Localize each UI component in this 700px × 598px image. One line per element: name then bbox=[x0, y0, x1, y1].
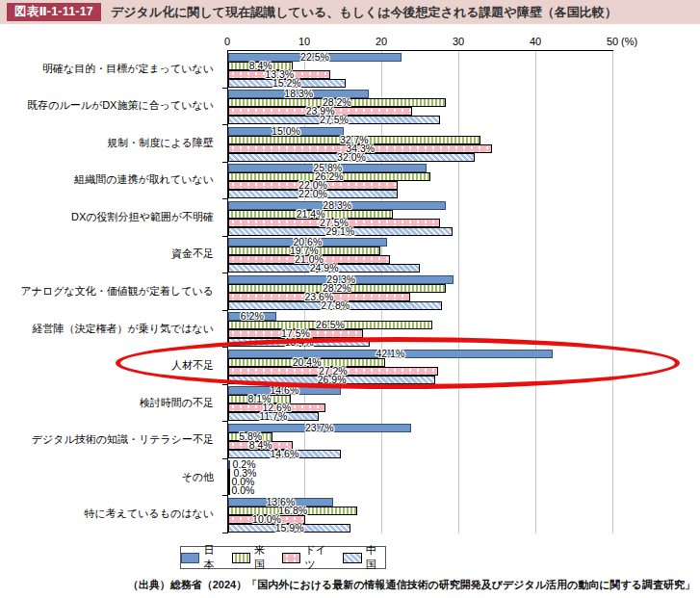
value-label: 15.9% bbox=[275, 523, 304, 533]
bar-group: 25.8%26.2%22.0%22.0% bbox=[227, 163, 613, 200]
figure-header: 図表Ⅱ-1-11-17 デジタル化に関して現在認識している、もしくは今後想定され… bbox=[0, 0, 700, 24]
bar-group: 18.3%28.2%23.9%27.5% bbox=[227, 89, 613, 126]
bar-group: 0.2%0.3%0.0%0.0% bbox=[227, 459, 613, 497]
legend-item-ドイツ: ドイツ bbox=[282, 543, 334, 572]
value-label: 24.9% bbox=[310, 263, 339, 273]
bar-group: 13.6%16.8%10.0%15.9% bbox=[227, 496, 613, 533]
legend-item-中国: 中国 bbox=[343, 543, 385, 572]
legend-swatch bbox=[343, 553, 361, 563]
value-label: 20.4% bbox=[293, 357, 322, 368]
legend-swatch bbox=[282, 553, 300, 563]
value-label: 27.8% bbox=[321, 300, 350, 311]
axis-tick-label: 40 bbox=[516, 36, 555, 47]
bar-group: 29.3%28.2%23.6%27.8% bbox=[227, 273, 613, 311]
bar-group: 42.1%20.4%27.2%26.9% bbox=[227, 348, 613, 385]
category-label: アナログな文化・価値観が定着している bbox=[0, 273, 220, 310]
category-label: 経営陣（決定権者）が乗り気ではない bbox=[0, 310, 220, 348]
figure-title: デジタル化に関して現在認識している、もしくは今後想定される課題や障壁（各国比較） bbox=[111, 4, 617, 21]
value-label: 8.4% bbox=[249, 440, 272, 451]
legend-item-日本: 日本 bbox=[181, 543, 223, 572]
legend-label: 中国 bbox=[366, 543, 385, 572]
category-label: DXの役割分担や範囲が不明確 bbox=[0, 198, 220, 236]
legend-label: 米国 bbox=[254, 543, 273, 572]
value-label: 14.6% bbox=[271, 449, 299, 459]
value-label: 23.7% bbox=[305, 423, 334, 433]
category-label: 既存のルールがDX施策に合っていない bbox=[0, 88, 220, 125]
value-label: 14.6% bbox=[271, 385, 299, 396]
value-label: 6.2% bbox=[241, 311, 264, 322]
bar-group: 23.7%5.8%8.4%14.6% bbox=[227, 422, 613, 459]
category-label: 人材不足 bbox=[0, 347, 220, 384]
bar-group: 22.5%8.4%13.3%15.2% bbox=[227, 51, 613, 89]
axis-unit-label: (%) bbox=[621, 36, 637, 47]
plot-area: 22.5%8.4%13.3%15.2%18.3%28.2%23.9%27.5%1… bbox=[227, 50, 613, 533]
bar-group: 28.3%21.4%27.5%29.1% bbox=[227, 199, 613, 237]
bar-group: 20.6%19.7%21.0%24.9% bbox=[227, 237, 613, 274]
axis-tick-label: 20 bbox=[362, 36, 401, 47]
category-label: 資金不足 bbox=[0, 236, 220, 273]
legend-swatch bbox=[181, 553, 199, 563]
value-label: 42.1% bbox=[376, 349, 405, 359]
value-label: 26.9% bbox=[318, 375, 347, 385]
bar-ドイツ bbox=[228, 478, 230, 486]
category-label: デジタル技術の知識・リテラシー不足 bbox=[0, 421, 220, 458]
category-label: 規制・制度による障壁 bbox=[0, 124, 220, 162]
value-label: 29.1% bbox=[326, 226, 355, 237]
legend: 日本米国ドイツ中国 bbox=[180, 546, 386, 569]
category-label: 検討時間の不足 bbox=[0, 384, 220, 422]
category-labels: 明確な目的・目標が定まっていない既存のルールがDX施策に合っていない規制・制度に… bbox=[0, 50, 220, 533]
category-label: 特に考えているものはない bbox=[0, 495, 220, 533]
category-label: 組織間の連携が取れていない bbox=[0, 162, 220, 199]
legend-label: 日本 bbox=[203, 543, 222, 572]
value-label: 15.2% bbox=[272, 78, 301, 89]
bar-米国 bbox=[228, 469, 230, 478]
category-label: その他 bbox=[0, 458, 220, 496]
bar-日本 bbox=[228, 460, 230, 469]
value-label: 32.0% bbox=[337, 152, 366, 163]
value-label: 26.5% bbox=[316, 320, 345, 330]
bar-group: 14.6%8.1%12.6%11.7% bbox=[227, 385, 613, 423]
axis-tick-label: 0 bbox=[208, 36, 246, 47]
axis-tick-label: 30 bbox=[439, 36, 478, 47]
value-label: 15.0% bbox=[272, 126, 300, 137]
value-label: 22.5% bbox=[300, 52, 329, 63]
value-label: 16.8% bbox=[278, 506, 307, 516]
value-label: 11.7% bbox=[259, 411, 287, 422]
legend-swatch bbox=[232, 553, 250, 563]
figure-number-badge: 図表Ⅱ-1-11-17 bbox=[7, 3, 101, 21]
bar-group: 15.0%32.7%34.3%32.0% bbox=[227, 125, 613, 163]
value-label: 27.5% bbox=[320, 115, 349, 125]
value-label: 0.0% bbox=[232, 485, 255, 496]
legend-item-米国: 米国 bbox=[232, 543, 274, 572]
bar-group: 6.2%26.5%17.5%18.4% bbox=[227, 311, 613, 349]
category-label: 明確な目的・目標が定まっていない bbox=[0, 50, 220, 88]
axis-tick-label: 10 bbox=[285, 36, 324, 47]
source-citation: （出典）総務省（2024）「国内外における最新の情報通信技術の研究開発及びデジタ… bbox=[0, 578, 695, 592]
value-label: 18.4% bbox=[285, 337, 314, 348]
legend-label: ドイツ bbox=[304, 543, 334, 572]
bar-中国 bbox=[228, 486, 230, 495]
value-label: 28.3% bbox=[323, 200, 351, 211]
value-label: 22.0% bbox=[298, 189, 327, 199]
value-label: 18.3% bbox=[284, 89, 313, 99]
